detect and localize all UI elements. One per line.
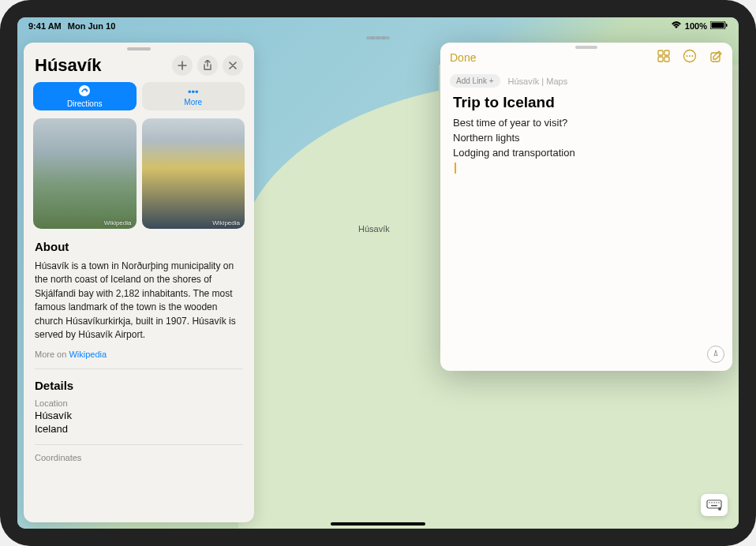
directions-label: Directions: [67, 99, 102, 108]
about-text: Húsavík is a town in Norðurþing municipa…: [24, 260, 254, 350]
more-button[interactable]: ••• More: [142, 82, 245, 110]
details-heading: Details: [24, 377, 254, 398]
directions-icon: [78, 84, 91, 99]
more-icon[interactable]: [683, 49, 697, 66]
note-editor[interactable]: Trip to Iceland Best time of year to vis…: [440, 94, 732, 175]
note-line: Northern lights: [453, 131, 720, 146]
location-value: Húsavík Iceland: [35, 410, 243, 436]
gallery-icon[interactable]: [657, 50, 670, 65]
svg-rect-2: [726, 24, 728, 27]
quick-note-panel: Done Add Link + Húsavík | Maps: [440, 43, 732, 371]
add-link-chip[interactable]: Add Link +: [450, 74, 500, 88]
status-time: 9:41 AM: [28, 21, 62, 31]
svg-point-18: [718, 502, 720, 503]
svg-rect-19: [711, 505, 717, 507]
maps-place-panel: Húsavík: [24, 43, 254, 522]
status-date: Mon Jun 10: [68, 21, 116, 31]
svg-rect-4: [658, 50, 663, 55]
battery-percent: 100%: [685, 21, 707, 31]
share-button[interactable]: [197, 55, 218, 76]
map-place-label: Húsavík: [358, 224, 390, 234]
svg-rect-6: [658, 57, 663, 62]
battery-icon: [710, 21, 728, 31]
link-breadcrumb[interactable]: Húsavík | Maps: [508, 77, 568, 86]
ellipsis-icon: •••: [188, 87, 199, 97]
detail-coordinates: Coordinates: [24, 453, 254, 472]
wifi-icon: [671, 21, 682, 31]
close-button[interactable]: [223, 55, 243, 76]
directions-button[interactable]: Directions: [33, 82, 137, 110]
svg-point-17: [716, 502, 717, 503]
keyboard-button[interactable]: [701, 494, 728, 516]
svg-point-14: [709, 502, 710, 503]
note-grabber[interactable]: [575, 46, 597, 49]
svg-rect-1: [712, 23, 724, 28]
place-photo-2[interactable]: Wikipedia: [142, 118, 245, 229]
about-more-link[interactable]: More on Wikipedia: [24, 350, 254, 368]
svg-point-16: [713, 502, 715, 503]
divider: [35, 444, 243, 445]
status-bar: 9:41 AM Mon Jun 10 100%: [17, 17, 739, 35]
divider: [35, 368, 243, 369]
location-label: Location: [35, 398, 243, 408]
svg-point-3: [79, 85, 90, 96]
text-cursor: [455, 163, 456, 174]
svg-rect-5: [664, 50, 669, 55]
svg-point-9: [687, 55, 688, 57]
detail-location: Location Húsavík Iceland: [24, 398, 254, 444]
svg-point-10: [689, 55, 691, 57]
compose-icon[interactable]: [709, 50, 723, 66]
done-button[interactable]: Done: [450, 51, 476, 64]
svg-point-15: [711, 502, 713, 503]
panel-grabber[interactable]: [127, 47, 151, 50]
place-title: Húsavík: [35, 55, 101, 76]
svg-rect-7: [664, 57, 669, 62]
photo-attribution: Wikipedia: [212, 219, 240, 226]
handwriting-icon[interactable]: [707, 346, 724, 363]
more-label: More: [184, 98, 202, 107]
note-line: Lodging and transportation: [453, 146, 720, 161]
about-heading: About: [24, 238, 254, 260]
coordinates-label: Coordinates: [35, 453, 243, 462]
note-title: Trip to Iceland: [453, 94, 720, 111]
photo-attribution: Wikipedia: [104, 219, 132, 226]
add-button[interactable]: [172, 55, 193, 76]
multitasking-control[interactable]: [366, 36, 390, 39]
place-photo-1[interactable]: Wikipedia: [33, 118, 137, 229]
home-indicator[interactable]: [331, 522, 425, 525]
svg-rect-13: [707, 500, 721, 508]
note-line: Best time of year to visit?: [453, 116, 720, 131]
svg-point-11: [692, 55, 694, 57]
svg-point-20: [718, 507, 721, 510]
